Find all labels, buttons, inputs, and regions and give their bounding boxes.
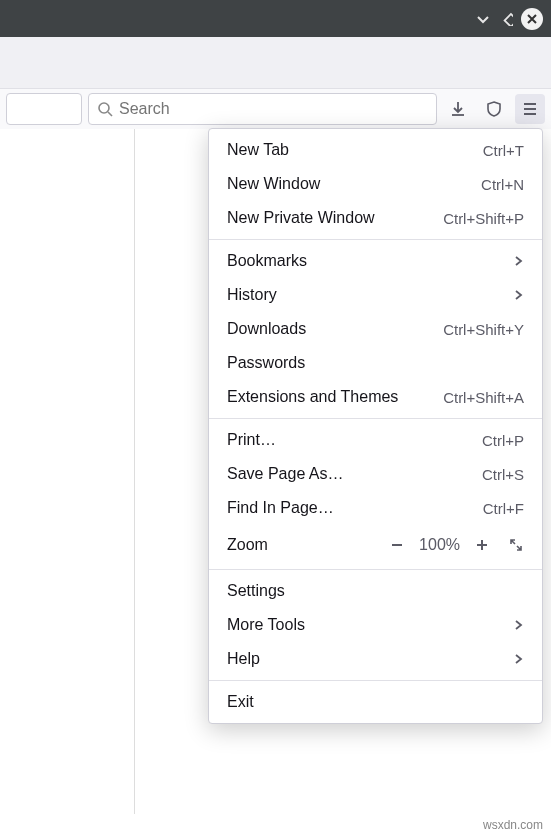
fullscreen-icon — [509, 538, 523, 552]
search-icon — [97, 101, 113, 117]
zoom-value: 100% — [419, 536, 460, 554]
close-icon — [521, 8, 543, 30]
menu-new-private-window[interactable]: New Private Window Ctrl+Shift+P — [209, 201, 542, 235]
menu-item-label: Downloads — [227, 320, 443, 338]
menu-item-label: New Tab — [227, 141, 483, 159]
menu-item-label: History — [227, 286, 504, 304]
search-bar[interactable] — [88, 93, 437, 125]
chevron-right-icon — [512, 289, 524, 301]
menu-item-label: Print… — [227, 431, 482, 449]
menu-new-window[interactable]: New Window Ctrl+N — [209, 167, 542, 201]
menu-save-page-as[interactable]: Save Page As… Ctrl+S — [209, 457, 542, 491]
menu-item-shortcut: Ctrl+Shift+Y — [443, 321, 524, 338]
plus-icon — [475, 538, 489, 552]
menu-item-label: Zoom — [227, 536, 385, 554]
menu-item-label: Extensions and Themes — [227, 388, 443, 406]
menu-downloads[interactable]: Downloads Ctrl+Shift+Y — [209, 312, 542, 346]
maximize-icon[interactable] — [499, 12, 513, 26]
downloads-button[interactable] — [443, 94, 473, 124]
extension-shield-icon[interactable] — [479, 94, 509, 124]
hamburger-icon — [521, 100, 539, 118]
menu-item-label: New Window — [227, 175, 481, 193]
app-menu-button[interactable] — [515, 94, 545, 124]
menu-exit[interactable]: Exit — [209, 685, 542, 719]
window-titlebar — [0, 0, 551, 37]
menu-extensions-themes[interactable]: Extensions and Themes Ctrl+Shift+A — [209, 380, 542, 414]
menu-new-tab[interactable]: New Tab Ctrl+T — [209, 133, 542, 167]
close-button[interactable] — [521, 8, 543, 30]
menu-item-label: Exit — [227, 693, 524, 711]
menu-passwords[interactable]: Passwords — [209, 346, 542, 380]
zoom-out-button[interactable] — [385, 533, 409, 557]
menu-help[interactable]: Help — [209, 642, 542, 676]
menu-item-shortcut: Ctrl+P — [482, 432, 524, 449]
menu-item-label: Bookmarks — [227, 252, 504, 270]
svg-point-1 — [99, 103, 109, 113]
search-input[interactable] — [119, 100, 428, 118]
chevron-right-icon — [512, 255, 524, 267]
menu-find-in-page[interactable]: Find In Page… Ctrl+F — [209, 491, 542, 525]
menu-bookmarks[interactable]: Bookmarks — [209, 244, 542, 278]
menu-more-tools[interactable]: More Tools — [209, 608, 542, 642]
menu-item-shortcut: Ctrl+F — [483, 500, 524, 517]
chevron-right-icon — [512, 653, 524, 665]
menu-print[interactable]: Print… Ctrl+P — [209, 423, 542, 457]
menu-separator — [209, 569, 542, 570]
menu-item-label: Passwords — [227, 354, 524, 372]
menu-zoom: Zoom 100% — [209, 525, 542, 565]
menu-item-label: Settings — [227, 582, 524, 600]
menu-item-shortcut: Ctrl+S — [482, 466, 524, 483]
url-bar[interactable] — [6, 93, 82, 125]
fullscreen-button[interactable] — [504, 533, 528, 557]
menu-item-label: Save Page As… — [227, 465, 482, 483]
zoom-in-button[interactable] — [470, 533, 494, 557]
minimize-icon[interactable] — [475, 11, 491, 27]
navigation-toolbar — [0, 89, 551, 129]
menu-item-shortcut: Ctrl+T — [483, 142, 524, 159]
menu-separator — [209, 418, 542, 419]
menu-settings[interactable]: Settings — [209, 574, 542, 608]
tab-bar — [0, 37, 551, 89]
menu-item-shortcut: Ctrl+Shift+A — [443, 389, 524, 406]
svg-rect-0 — [505, 14, 513, 26]
menu-separator — [209, 680, 542, 681]
sidebar-region — [0, 129, 135, 814]
menu-item-label: Find In Page… — [227, 499, 483, 517]
watermark: wsxdn.com — [475, 816, 551, 834]
menu-item-label: New Private Window — [227, 209, 443, 227]
app-menu-panel: New Tab Ctrl+T New Window Ctrl+N New Pri… — [208, 128, 543, 724]
minus-icon — [390, 538, 404, 552]
menu-separator — [209, 239, 542, 240]
menu-item-shortcut: Ctrl+Shift+P — [443, 210, 524, 227]
menu-history[interactable]: History — [209, 278, 542, 312]
menu-item-label: Help — [227, 650, 504, 668]
chevron-right-icon — [512, 619, 524, 631]
menu-item-label: More Tools — [227, 616, 504, 634]
menu-item-shortcut: Ctrl+N — [481, 176, 524, 193]
